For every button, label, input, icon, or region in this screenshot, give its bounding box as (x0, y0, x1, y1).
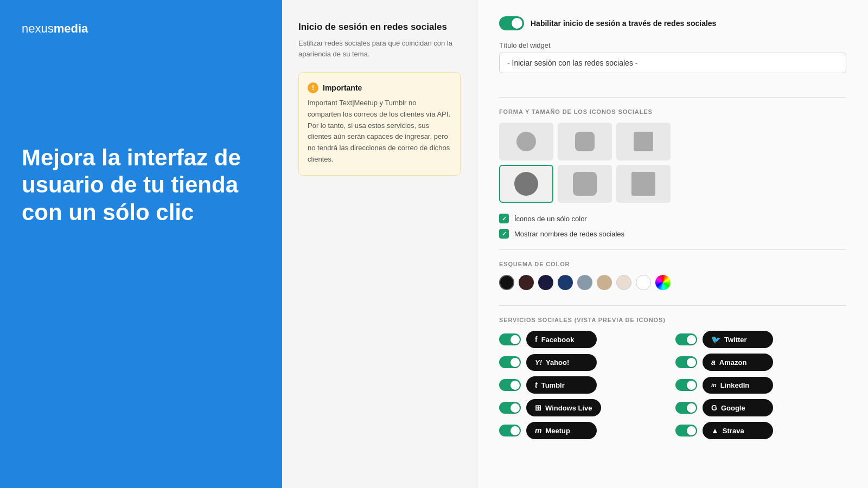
yahoo-label: Yahoo! (546, 358, 569, 367)
middle-panel: Inicio de sesión en redes sociales Estil… (282, 0, 477, 488)
amazon-label: Amazon (719, 358, 747, 367)
mono-icons-row: Íconos de un sólo color (499, 214, 846, 223)
yahoo-icon: Y! (535, 358, 542, 367)
google-button[interactable]: G Google (703, 399, 773, 416)
divider-3 (499, 305, 846, 306)
twitter-label: Twitter (724, 336, 747, 344)
twitter-icon: 🐦 (711, 335, 720, 344)
notice-header: ! Importante (308, 82, 451, 93)
left-panel: nexusmedia Mejora la interfaz de usuario… (0, 0, 282, 488)
icon-shape-square-large[interactable] (616, 165, 671, 203)
google-toggle[interactable] (675, 402, 697, 414)
social-item-windows-live: ⊞ Windows Live (499, 399, 670, 416)
square-shape-large (631, 172, 655, 196)
mono-icons-checkbox[interactable] (499, 214, 509, 223)
show-names-label: Mostrar nombres de redes sociales (514, 230, 624, 238)
google-label: Google (721, 404, 745, 412)
show-names-row: Mostrar nombres de redes sociales (499, 229, 846, 239)
icon-shape-circle-large[interactable] (499, 165, 553, 203)
social-item-amazon: a Amazon (675, 354, 846, 371)
social-item-linkedin: in LinkedIn (675, 376, 846, 394)
widget-title-label: Título del widget (499, 41, 846, 49)
enable-social-login-toggle[interactable] (499, 16, 524, 30)
social-section-label: SERVICIOS SOCIALES (VISTA PREVIA DE ICON… (499, 317, 846, 323)
logo: nexusmedia (22, 22, 260, 36)
tumblr-label: Tumblr (541, 381, 565, 389)
twitter-button[interactable]: 🐦 Twitter (703, 331, 773, 348)
linkedin-toggle[interactable] (675, 379, 697, 391)
linkedin-button[interactable]: in LinkedIn (703, 377, 773, 394)
strava-button[interactable]: ▲ Strava (703, 422, 773, 439)
social-item-tumblr: t Tumblr (499, 376, 670, 394)
yahoo-button[interactable]: Y! Yahoo! (526, 354, 597, 371)
color-steel[interactable] (577, 275, 592, 290)
logo-prefix: nexus (22, 22, 54, 35)
icon-shape-square-small[interactable] (616, 123, 671, 160)
icon-section-label: FORMA Y TAMAÑO DE LOS ICONOS SOCIALES (499, 108, 846, 115)
notice-text: Important Text|Meetup y Tumblr no compar… (308, 98, 451, 165)
meetup-icon: m (535, 426, 541, 435)
strava-toggle[interactable] (675, 425, 697, 436)
social-item-yahoo: Y! Yahoo! (499, 354, 670, 371)
tumblr-icon: t (535, 381, 538, 389)
social-services-grid: f Facebook 🐦 Twitter Y! Yahoo! a (499, 331, 846, 439)
notice-box: ! Importante Important Text|Meetup y Tum… (298, 72, 461, 176)
windows-live-toggle[interactable] (499, 402, 521, 414)
color-dark-navy[interactable] (538, 275, 553, 290)
facebook-button[interactable]: f Facebook (526, 331, 597, 348)
windows-live-button[interactable]: ⊞ Windows Live (526, 399, 601, 416)
notice-title: Importante (323, 84, 362, 92)
color-light-beige[interactable] (616, 275, 631, 290)
icon-shape-rounded-large[interactable] (558, 165, 612, 203)
social-item-google: G Google (675, 399, 846, 416)
color-white[interactable] (636, 275, 651, 290)
icon-shape-rounded-small[interactable] (558, 123, 612, 160)
meetup-toggle[interactable] (499, 425, 521, 436)
widget-title-input[interactable] (499, 53, 846, 73)
icon-shape-circle-small[interactable] (499, 123, 553, 160)
twitter-toggle[interactable] (675, 333, 697, 345)
windows-live-label: Windows Live (545, 404, 592, 412)
section-subtitle: Estilizar redes sociales para que coinci… (298, 38, 461, 59)
color-tan[interactable] (597, 275, 612, 290)
mono-icons-label: Íconos de un sólo color (514, 215, 587, 223)
tumblr-toggle[interactable] (499, 379, 521, 391)
icon-shape-grid (499, 123, 846, 203)
social-item-twitter: 🐦 Twitter (675, 331, 846, 348)
show-names-checkbox[interactable] (499, 229, 509, 239)
circle-shape-large (514, 172, 538, 196)
social-item-strava: ▲ Strava (675, 422, 846, 439)
amazon-toggle[interactable] (675, 356, 697, 368)
color-rainbow[interactable] (655, 275, 671, 290)
rounded-sq-shape-large (573, 172, 597, 196)
linkedin-icon: in (711, 382, 717, 388)
color-navy[interactable] (558, 275, 573, 290)
tagline: Mejora la interfaz de usuario de tu tien… (22, 144, 260, 226)
divider-1 (499, 97, 846, 98)
color-section-label: ESQUEMA DE COLOR (499, 261, 846, 267)
section-title: Inicio de sesión en redes sociales (298, 22, 461, 33)
right-panel: Habilitar inicio de sesión a través de r… (477, 0, 868, 488)
color-dark-brown[interactable] (519, 275, 534, 290)
facebook-label: Facebook (541, 336, 575, 344)
tumblr-button[interactable]: t Tumblr (526, 376, 597, 394)
amazon-icon: a (711, 358, 716, 367)
strava-icon: ▲ (711, 426, 719, 435)
enable-toggle-row: Habilitar inicio de sesión a través de r… (499, 16, 846, 30)
meetup-button[interactable]: m Meetup (526, 422, 597, 439)
rounded-sq-shape-small (575, 132, 595, 151)
windows-live-icon: ⊞ (535, 403, 541, 412)
logo-bold: media (54, 22, 88, 35)
color-row (499, 275, 846, 290)
square-shape-small (634, 132, 653, 151)
google-icon: G (711, 403, 717, 412)
yahoo-toggle[interactable] (499, 356, 521, 368)
facebook-toggle[interactable] (499, 333, 521, 345)
strava-label: Strava (723, 427, 744, 435)
amazon-button[interactable]: a Amazon (703, 354, 773, 371)
social-item-meetup: m Meetup (499, 422, 670, 439)
warning-icon: ! (308, 82, 318, 93)
enable-toggle-label: Habilitar inicio de sesión a través de r… (531, 19, 716, 28)
divider-2 (499, 249, 846, 250)
color-black[interactable] (499, 275, 514, 290)
